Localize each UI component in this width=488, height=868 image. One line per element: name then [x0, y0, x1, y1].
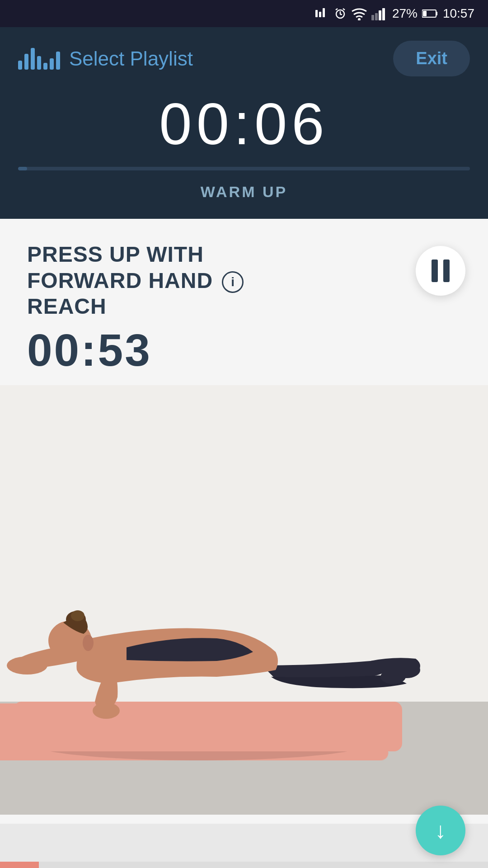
svg-point-21 [93, 703, 120, 719]
bar4 [37, 56, 41, 70]
exercise-title-line2: FORWARD HAND [27, 268, 213, 294]
bar5 [43, 63, 47, 70]
exercise-title-row: PRESS UP WITH FORWARD HAND REACH i [27, 241, 416, 320]
header-left: Select Playlist [18, 47, 193, 70]
sim-icon [314, 6, 329, 21]
exercise-header: PRESS UP WITH FORWARD HAND REACH i 00:53 [0, 219, 488, 385]
download-button[interactable]: ↓ [416, 806, 465, 855]
exercise-title-line1: PRESS UP WITH [27, 241, 213, 268]
bar2 [24, 54, 28, 70]
pause-icon [432, 259, 450, 282]
svg-point-20 [7, 656, 47, 675]
status-bar: 27% 10:57 [0, 0, 488, 27]
bottom-progress-bar [0, 862, 488, 868]
alarm-icon [333, 7, 347, 20]
status-icons: 27% 10:57 [314, 6, 474, 21]
warm-up-label: WARM UP [18, 183, 470, 201]
exit-button[interactable]: Exit [393, 41, 470, 76]
music-bars-icon [18, 48, 60, 70]
exercise-timer: 00:53 [27, 324, 416, 376]
svg-line-7 [343, 9, 345, 10]
svg-line-6 [336, 9, 338, 10]
svg-rect-12 [382, 8, 385, 20]
svg-rect-15 [423, 11, 427, 16]
info-icon[interactable]: i [222, 271, 244, 293]
exercise-title-line3: REACH [27, 293, 213, 320]
exercise-info: PRESS UP WITH FORWARD HAND REACH i 00:53 [27, 241, 416, 376]
select-playlist-label[interactable]: Select Playlist [69, 47, 193, 70]
time-display: 10:57 [443, 6, 474, 21]
svg-rect-14 [436, 12, 437, 15]
exercise-title-block: PRESS UP WITH FORWARD HAND REACH [27, 241, 213, 320]
pause-bar-right [443, 259, 450, 282]
warmup-progress-container [18, 167, 470, 170]
bottom-bar [0, 824, 488, 868]
svg-rect-9 [371, 15, 374, 20]
pause-button[interactable] [416, 246, 465, 296]
svg-point-19 [380, 670, 406, 684]
svg-rect-11 [379, 10, 381, 20]
svg-rect-10 [375, 13, 378, 20]
svg-point-24 [71, 610, 84, 621]
bar3 [31, 48, 35, 70]
svg-point-8 [358, 18, 361, 20]
pause-bar-left [432, 259, 438, 282]
header-section: Select Playlist Exit 00:06 WARM UP [0, 27, 488, 219]
exercise-illustration [0, 476, 488, 769]
header-row: Select Playlist Exit [18, 41, 470, 76]
bar6 [50, 58, 54, 70]
wifi-icon [352, 7, 367, 20]
signal-icon [371, 7, 388, 20]
battery-icon [422, 9, 438, 18]
svg-point-25 [83, 635, 94, 651]
bottom-progress-fill [0, 862, 39, 868]
exercise-video [0, 385, 488, 815]
svg-rect-1 [319, 12, 321, 17]
svg-rect-17 [14, 702, 402, 751]
exercise-section: PRESS UP WITH FORWARD HAND REACH i 00:53 [0, 219, 488, 868]
svg-rect-2 [323, 8, 325, 17]
bar1 [18, 61, 22, 70]
main-timer-display: 00:06 [18, 94, 470, 153]
svg-rect-0 [315, 10, 318, 17]
main-timer: 00:06 [18, 94, 470, 153]
warmup-progress-fill [18, 167, 27, 170]
battery-percent: 27% [392, 6, 418, 21]
bar7 [56, 52, 60, 70]
download-icon: ↓ [435, 819, 446, 842]
